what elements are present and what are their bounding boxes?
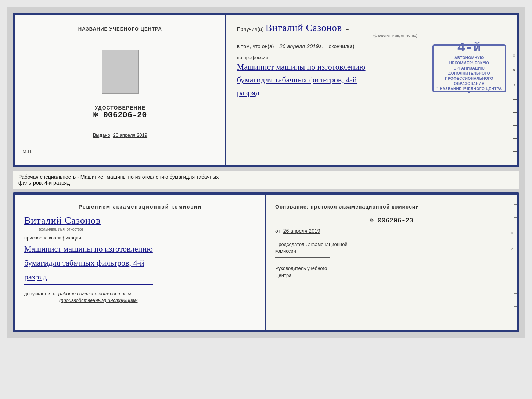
allowed-text2: (производственным) инструкциям	[59, 298, 138, 303]
stamp-org-line2: ДОПОЛНИТЕЛЬНОГО ПРОФЕССИОНАЛЬНОГО ОБРАЗО…	[436, 71, 502, 86]
in-fact-text: в том, что он(а)	[237, 43, 274, 49]
side-mark-i: и	[511, 231, 517, 235]
deco-line-1	[513, 29, 517, 29]
basis-title: Основание: протокол экзаменационной коми…	[275, 204, 508, 210]
org-name-label: НАЗВАНИЕ УЧЕБНОГО ЦЕНТРА	[78, 26, 162, 32]
allowed-text: работе согласно должностным	[58, 291, 131, 296]
cert-bottom-right: Основание: протокол экзаменационной коми…	[266, 195, 517, 330]
bottom-qualification-line2: бумагидля табачных фильтров, 4-й	[24, 256, 256, 269]
certificate-bottom: Решением экзаменационной комиссии Витали…	[13, 192, 519, 332]
from-date-line: от 26 апреля 2019	[275, 228, 508, 234]
chairman-signature-line	[275, 257, 330, 258]
chairman-text: Председатель экзаменационной комиссии	[275, 242, 348, 254]
bottom-qualification-line3: разряд	[24, 270, 256, 283]
allowed-block: допускается к работе согласно должностны…	[24, 290, 256, 303]
protocol-number: № 006206-20	[275, 217, 508, 224]
middle-label: Рабочая специальность - Машинист машины …	[13, 171, 519, 189]
deco-line-3	[513, 99, 517, 100]
side-mark-6	[514, 320, 517, 320]
from-label: от	[275, 228, 280, 234]
finished-text: окончил(а)	[328, 43, 354, 49]
deco-text-a: а	[510, 69, 517, 71]
bottom-qualification-line1: Машинист машины по изготовлению	[24, 242, 256, 255]
fact-date: 26 апреля 2019г.	[279, 43, 323, 49]
side-mark-2	[514, 217, 517, 218]
deco-line-5	[513, 125, 517, 126]
issued-date: 26 апреля 2019	[113, 132, 148, 138]
side-mark-5	[514, 306, 517, 307]
middle-text-underlined: фильтров, 4-й разряд	[18, 180, 70, 186]
qual-underline-3	[24, 284, 153, 285]
middle-text-prefix: Рабочая специальность - Машинист машины …	[18, 174, 219, 180]
cert-number: № 006206-20	[93, 111, 147, 120]
stamp-overlay: 4-й АВТОНОМНУЮ НЕКОММЕРЧЕСКУЮ ОРГАНИЗАЦИ…	[432, 44, 506, 92]
certificate-top: НАЗВАНИЕ УЧЕБНОГО ЦЕНТРА УДОСТОВЕРЕНИЕ №…	[13, 13, 519, 167]
cert-title-block: УДОСТОВЕРЕНИЕ № 006206-20	[93, 105, 147, 120]
received-line: Получил(а) Виталий Сазонов –	[237, 22, 506, 33]
assigned-label: присвоена квалификация	[24, 235, 256, 241]
side-mark-3	[514, 281, 517, 281]
deco-text-arrow: ←	[510, 83, 517, 87]
right-decorative-lines: и а ←	[510, 15, 517, 165]
side-mark-arrow: ←	[511, 264, 517, 268]
bottom-person-sublabel: (фамилия, имя, отчество)	[24, 227, 98, 231]
deco-line-4	[513, 112, 517, 113]
cert-title: УДОСТОВЕРЕНИЕ	[93, 105, 147, 111]
bottom-right-side-marks: и а ←	[511, 195, 517, 330]
cert-left-panel: НАЗВАНИЕ УЧЕБНОГО ЦЕНТРА УДОСТОВЕРЕНИЕ №…	[15, 15, 226, 165]
allowed-prefix: допускается к	[24, 291, 55, 296]
stamp-number: 4-й	[457, 40, 481, 56]
side-mark-4	[514, 293, 517, 294]
cert-bottom-left: Решением экзаменационной комиссии Витали…	[15, 195, 266, 330]
deco-text-i: и	[510, 54, 517, 57]
recipient-sublabel: (фамилия, имя, отчество)	[285, 33, 506, 38]
chairman-label: Председатель экзаменационной комиссии	[275, 241, 508, 254]
decision-title: Решением экзаменационной комиссии	[24, 204, 256, 210]
deco-line-2	[513, 42, 517, 42]
bottom-person-name: Виталий Сазонов	[24, 215, 256, 226]
from-date-value: 26 апреля 2019	[283, 228, 320, 234]
cert-issued: Выдано 26 апреля 2019	[93, 132, 147, 138]
side-mark-a: а	[511, 247, 517, 251]
stamp-org-line1: АВТОНОМНУЮ НЕКОММЕРЧЕСКУЮ ОРГАНИЗАЦИЮ	[436, 56, 502, 71]
cert-photo-area	[102, 50, 139, 94]
director-signature-line	[275, 282, 330, 282]
cert-right-panel: Получил(а) Виталий Сазонов – (фамилия, и…	[226, 15, 517, 165]
director-label: Руководитель учебного Центра	[275, 265, 508, 278]
director-text: Руководитель учебного Центра	[275, 266, 327, 278]
recipient-name: Виталий Сазонов	[266, 22, 342, 33]
deco-line-7	[513, 151, 517, 152]
side-mark-1	[514, 204, 517, 205]
issued-label: Выдано	[93, 132, 110, 138]
dash-symbol: –	[346, 26, 349, 32]
mp-label: М.П.	[22, 149, 32, 154]
deco-line-6	[513, 138, 517, 139]
received-prefix: Получил(а)	[237, 26, 264, 32]
stamp-org-line3: " НАЗВАНИЕ УЧЕБНОГО ЦЕНТРА "	[436, 86, 502, 97]
page-wrapper: НАЗВАНИЕ УЧЕБНОГО ЦЕНТРА УДОСТОВЕРЕНИЕ №…	[7, 7, 525, 338]
